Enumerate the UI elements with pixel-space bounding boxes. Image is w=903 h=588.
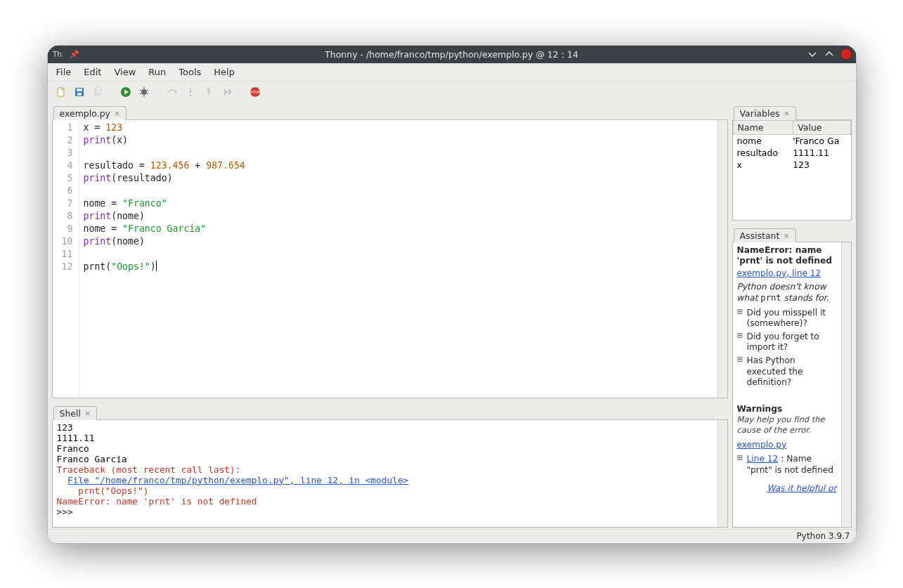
close-button[interactable] — [840, 48, 852, 60]
run-button[interactable] — [118, 84, 134, 100]
variables-tabs: Variables × — [732, 103, 852, 119]
svg-point-9 — [207, 87, 209, 89]
shell-output[interactable]: 1231111.11FrancoFranco GarciaTraceback (… — [53, 420, 717, 527]
assistant-tabs: Assistant × — [732, 225, 852, 242]
menu-edit[interactable]: Edit — [78, 65, 107, 79]
svg-rect-5 — [96, 87, 101, 94]
editor-tab[interactable]: exemplo.py × — [53, 106, 127, 120]
assistant-suggestion[interactable]: Did you misspell it (somewhere)? — [737, 308, 837, 329]
menu-view[interactable]: View — [108, 65, 141, 79]
maximize-button[interactable] — [824, 48, 835, 60]
assistant-panel: NameError: name 'prnt' is not defined ex… — [733, 242, 841, 527]
menubar: FileEditViewRunToolsHelp — [48, 63, 856, 81]
assistant-suggestion[interactable]: Has Python executed the definition? — [737, 355, 837, 388]
table-row[interactable]: resultado1111.11 — [733, 147, 851, 159]
step-into-button[interactable] — [183, 84, 198, 100]
editor-tabs: exemplo.py × — [52, 103, 728, 119]
close-tab-icon[interactable]: × — [84, 409, 91, 418]
titlebar: Th 📌 Thonny - /home/franco/tmp/python/ex… — [48, 46, 856, 63]
close-tab-icon[interactable]: × — [114, 109, 120, 118]
shell-scrollbar[interactable] — [717, 420, 727, 527]
resume-button[interactable] — [219, 84, 235, 100]
assistant-warnings-title: Warnings — [737, 404, 837, 415]
variables-col-value[interactable]: Value — [793, 120, 850, 134]
shell-tabs: Shell × — [52, 403, 728, 419]
close-tab-icon[interactable]: × — [783, 231, 789, 240]
table-row[interactable]: nome'Franco Ga — [733, 135, 851, 147]
shell-prompt[interactable]: >>> — [57, 507, 713, 517]
stop-button[interactable]: STOP — [247, 84, 263, 100]
table-row[interactable]: x123 — [733, 159, 851, 171]
app-window: Th 📌 Thonny - /home/franco/tmp/python/ex… — [47, 45, 857, 544]
variables-tab-label: Variables — [740, 108, 780, 119]
svg-text:STOP: STOP — [250, 90, 260, 94]
minimize-button[interactable] — [807, 48, 818, 60]
menu-tools[interactable]: Tools — [173, 65, 207, 79]
svg-rect-3 — [77, 93, 82, 96]
svg-point-8 — [189, 94, 191, 96]
app-menu-icon[interactable]: Th — [52, 48, 63, 60]
assistant-scrollbar[interactable] — [841, 242, 851, 527]
menu-help[interactable]: Help — [208, 65, 240, 79]
pin-icon[interactable]: 📌 — [69, 48, 80, 60]
assistant-tab[interactable]: Assistant × — [734, 228, 796, 242]
close-tab-icon[interactable]: × — [784, 109, 790, 118]
assistant-warnings-file[interactable]: exemplo.py — [737, 440, 787, 450]
toolbar: STOP — [48, 81, 856, 103]
traceback-link[interactable]: File "/home/franco/tmp/python/exemplo.py… — [67, 475, 408, 485]
warning-line-link[interactable]: Line 12 — [747, 454, 779, 464]
assistant-tab-label: Assistant — [740, 230, 780, 241]
assistant-warning-item[interactable]: Line 12 : Name "prnt" is not defined — [737, 454, 837, 476]
assistant-error-title: NameError: name 'prnt' is not defined — [737, 245, 837, 267]
new-file-button[interactable] — [53, 84, 69, 100]
menu-run[interactable]: Run — [143, 65, 171, 79]
editor-tab-label: exemplo.py — [60, 108, 111, 119]
shell-tab-label: Shell — [60, 408, 82, 419]
assistant-error-link[interactable]: exemplo.py, line 12 — [737, 268, 821, 278]
statusbar: Python 3.9.7 — [48, 529, 856, 543]
assistant-helpful-link[interactable]: Was it helpful or — [767, 483, 836, 493]
svg-rect-2 — [77, 89, 82, 91]
editor-scrollbar[interactable] — [717, 120, 727, 398]
assistant-suggestion[interactable]: Did you forget to import it? — [737, 332, 837, 353]
variables-table: Name Value — [733, 120, 851, 135]
copy-button[interactable] — [90, 84, 105, 100]
variables-col-name[interactable]: Name — [733, 120, 793, 134]
menu-file[interactable]: File — [51, 65, 77, 79]
svg-point-7 — [141, 89, 147, 95]
save-button[interactable] — [72, 84, 87, 100]
python-version[interactable]: Python 3.9.7 — [797, 531, 850, 541]
step-over-button[interactable] — [164, 84, 180, 100]
step-out-button[interactable] — [201, 84, 216, 100]
window-title: Thonny - /home/franco/tmp/python/exemplo… — [136, 49, 767, 60]
debug-button[interactable] — [136, 84, 152, 100]
shell-tab[interactable]: Shell × — [53, 406, 98, 420]
code-editor[interactable]: 123456789101112 x = 123print(x) resultad… — [53, 120, 717, 398]
assistant-warnings-subtitle: May help you find the cause of the error… — [737, 414, 837, 435]
variables-tab[interactable]: Variables × — [734, 106, 796, 120]
assistant-hint: Python doesn't know what prnt stands for… — [737, 282, 837, 303]
